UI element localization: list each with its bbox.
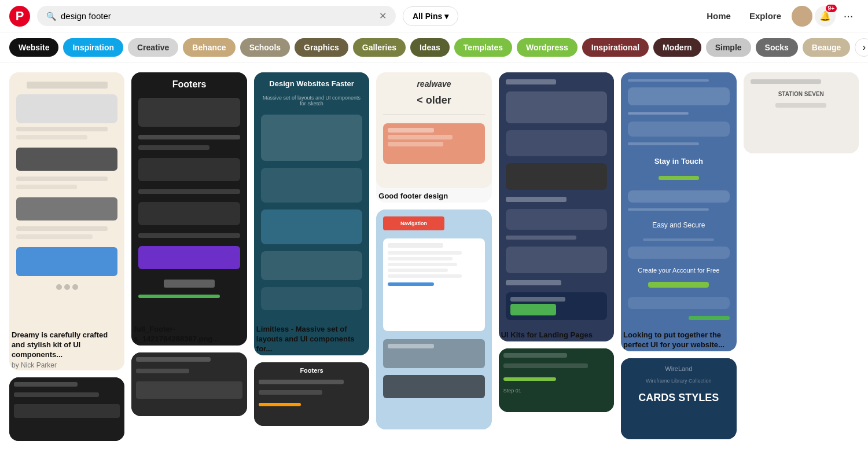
explore-link[interactable]: Explore	[741, 6, 789, 25]
pin-title: Looking to put together the perfect UI f…	[623, 330, 734, 350]
pinterest-logo[interactable]: P	[9, 6, 30, 27]
scroll-right-button[interactable]: ›	[855, 38, 868, 57]
chevron-right-icon: ›	[863, 42, 866, 53]
bell-icon: 🔔	[819, 10, 831, 21]
pin-title: UI Kits for Landing Pages	[501, 330, 612, 340]
pin-card[interactable]: Navigation	[376, 210, 491, 429]
filter-website[interactable]: Website	[9, 38, 58, 57]
clear-icon[interactable]: ✕	[379, 10, 387, 21]
pin-title: full_Footer-s_1421784288387.png...	[134, 325, 244, 344]
filter-extra[interactable]: Beauge	[803, 38, 851, 57]
pin-card[interactable]: Footers full_Footer-s_1421784288387.png.…	[131, 72, 247, 346]
filter-inspiration[interactable]: Inspiration	[63, 38, 123, 57]
pin-card[interactable]: ···	[131, 352, 247, 416]
pin-card[interactable]: ···	[9, 377, 124, 441]
pin-card[interactable]: Dreamy is carefully crafted and stylish …	[9, 72, 124, 370]
filter-wordpress[interactable]: Wordpress	[517, 38, 578, 57]
all-pins-button[interactable]: All Pins ▾	[403, 6, 458, 26]
pin-card[interactable]: WireLand Wireframe Library Collection CA…	[621, 358, 736, 439]
filter-socks[interactable]: Socks	[756, 38, 798, 57]
filter-modern[interactable]: Modern	[653, 38, 701, 57]
more-options-button[interactable]: ···	[838, 6, 859, 27]
search-icon: 🔍	[46, 12, 56, 21]
pin-title: Dreamy is carefully crafted and stylish …	[12, 330, 122, 360]
notification-badge: 9+	[826, 5, 837, 12]
header: P 🔍 ✕ All Pins ▾ Home Explore 🔔 9+ ···	[0, 0, 868, 32]
pin-title: Good footer design	[378, 192, 489, 201]
pin-author: by Nick Parker	[12, 361, 122, 369]
filter-graphics[interactable]: Graphics	[295, 38, 348, 57]
pin-card[interactable]: Design Websites Faster Massive set of la…	[254, 72, 369, 355]
pin-card[interactable]: STATION SEVEN ···	[744, 72, 859, 153]
filter-inspirational[interactable]: Inspirational	[582, 38, 649, 57]
filter-ideas[interactable]: Ideas	[410, 38, 450, 57]
filter-simple[interactable]: Simple	[706, 38, 751, 57]
pin-card[interactable]: realwave < older Good footer design ···	[376, 72, 491, 203]
avatar[interactable]	[792, 6, 812, 27]
filter-bar: Website Inspiration Creative Behance Sch…	[0, 32, 868, 63]
search-input[interactable]	[61, 11, 374, 21]
filter-creative[interactable]: Creative	[128, 38, 178, 57]
search-bar: 🔍 ✕	[37, 6, 396, 26]
pin-card[interactable]: UI Kits for Landing Pages ···	[499, 72, 614, 341]
filter-schools[interactable]: Schools	[240, 38, 290, 57]
pin-card[interactable]: Stay in Touch Easy and Secure Create you…	[621, 72, 736, 351]
filter-behance[interactable]: Behance	[183, 38, 235, 57]
pin-card[interactable]: Footers ···	[254, 362, 369, 426]
chevron-down-icon: ▾	[444, 12, 448, 21]
pin-card[interactable]: Step 01 ···	[499, 348, 614, 412]
filter-galleries[interactable]: Galleries	[353, 38, 406, 57]
filter-templates[interactable]: Templates	[454, 38, 512, 57]
home-link[interactable]: Home	[698, 6, 739, 25]
nav-links: Home Explore 🔔 9+ ···	[698, 6, 859, 27]
pin-title: Limitless - Massive set of layouts and U…	[256, 325, 367, 354]
pins-grid: Dreamy is carefully crafted and stylish …	[0, 63, 868, 450]
notifications-button[interactable]: 🔔 9+	[815, 6, 836, 27]
